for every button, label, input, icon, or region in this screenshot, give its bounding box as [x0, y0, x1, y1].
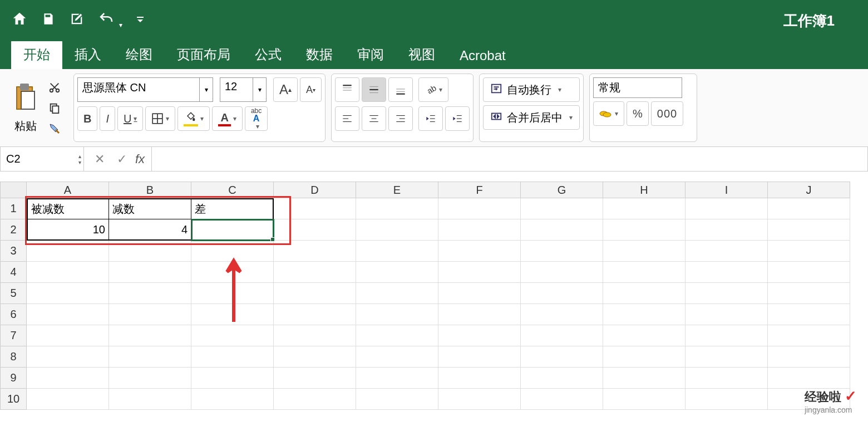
cell-F10[interactable]: [438, 389, 521, 410]
cell-E9[interactable]: [356, 368, 438, 389]
cell-D2[interactable]: [274, 219, 356, 241]
cell-G5[interactable]: [521, 283, 603, 304]
column-header[interactable]: J: [768, 182, 850, 198]
cancel-icon[interactable]: ✕: [91, 150, 108, 168]
font-name-value[interactable]: 思源黑体 CN: [77, 77, 200, 102]
cell-E7[interactable]: [356, 325, 438, 346]
tab-draw[interactable]: 绘图: [114, 40, 165, 69]
cell-H5[interactable]: [603, 283, 685, 304]
cell-G9[interactable]: [521, 368, 603, 389]
cell-J7[interactable]: [768, 325, 850, 346]
cell-I2[interactable]: [685, 219, 768, 241]
paste-icon[interactable]: [12, 82, 39, 116]
cell-F5[interactable]: [438, 283, 521, 304]
cell-C7[interactable]: [191, 325, 274, 346]
copy-icon[interactable]: [45, 100, 65, 116]
cell-J1[interactable]: [768, 198, 850, 219]
align-center-button[interactable]: [362, 106, 386, 131]
row-header[interactable]: 1: [0, 198, 27, 219]
cell-H2[interactable]: [603, 219, 685, 241]
cell-A10[interactable]: [27, 389, 109, 410]
cell-B8[interactable]: [109, 346, 191, 368]
cell-G3[interactable]: [521, 241, 603, 262]
tab-review[interactable]: 审阅: [345, 40, 396, 69]
cell-A6[interactable]: [27, 304, 109, 325]
cell-E1[interactable]: [356, 198, 438, 219]
paste-label[interactable]: 粘贴: [14, 119, 37, 134]
cell-J2[interactable]: [768, 219, 850, 241]
cell-F1[interactable]: [438, 198, 521, 219]
merge-center-button[interactable]: 合并后居中: [483, 105, 580, 130]
cell-C2[interactable]: [191, 219, 274, 241]
increase-indent-button[interactable]: [445, 106, 470, 131]
cell-D5[interactable]: [274, 283, 356, 304]
cell-D10[interactable]: [274, 389, 356, 410]
row-header[interactable]: 6: [0, 304, 27, 325]
cell-H8[interactable]: [603, 346, 685, 368]
cell-I1[interactable]: [685, 198, 768, 219]
cell-E8[interactable]: [356, 346, 438, 368]
column-header[interactable]: E: [356, 182, 438, 198]
cell-H4[interactable]: [603, 262, 685, 283]
cell-A3[interactable]: [27, 241, 109, 262]
font-size-value[interactable]: 12: [220, 77, 253, 102]
column-header[interactable]: B: [109, 182, 191, 198]
tab-home[interactable]: 开始: [11, 40, 62, 69]
cell-A7[interactable]: [27, 325, 109, 346]
tab-acrobat[interactable]: Acrobat: [447, 42, 518, 69]
cell-G4[interactable]: [521, 262, 603, 283]
increase-font-button[interactable]: A▴: [273, 77, 298, 102]
cell-F6[interactable]: [438, 304, 521, 325]
cell-A2[interactable]: 10: [27, 219, 109, 241]
cell-I8[interactable]: [685, 346, 768, 368]
cell-G6[interactable]: [521, 304, 603, 325]
formula-input[interactable]: [152, 147, 867, 171]
name-box[interactable]: C2 ▴▾: [1, 147, 84, 171]
comma-button[interactable]: 000: [651, 101, 683, 126]
cell-B2[interactable]: 4: [109, 219, 191, 241]
cell-A9[interactable]: [27, 368, 109, 389]
fx-icon[interactable]: fx: [135, 152, 145, 167]
home-icon[interactable]: [11, 11, 28, 31]
select-all-corner[interactable]: [0, 182, 27, 198]
cell-I3[interactable]: [685, 241, 768, 262]
cell-H7[interactable]: [603, 325, 685, 346]
font-name-dropdown-icon[interactable]: ▾: [200, 77, 213, 102]
cell-J5[interactable]: [768, 283, 850, 304]
cell-I6[interactable]: [685, 304, 768, 325]
cell-J4[interactable]: [768, 262, 850, 283]
cell-C9[interactable]: [191, 368, 274, 389]
cell-F7[interactable]: [438, 325, 521, 346]
column-header[interactable]: A: [27, 182, 109, 198]
row-header[interactable]: 3: [0, 241, 27, 262]
cell-G2[interactable]: [521, 219, 603, 241]
cell-C5[interactable]: [191, 283, 274, 304]
orientation-button[interactable]: ab: [418, 77, 448, 102]
column-header[interactable]: H: [603, 182, 685, 198]
cell-H10[interactable]: [603, 389, 685, 410]
cell-E4[interactable]: [356, 262, 438, 283]
cell-B4[interactable]: [109, 262, 191, 283]
fill-handle[interactable]: [270, 237, 275, 242]
tab-data[interactable]: 数据: [294, 40, 345, 69]
cell-G7[interactable]: [521, 325, 603, 346]
cell-C1[interactable]: 差: [191, 198, 274, 219]
underline-button[interactable]: U: [117, 106, 143, 131]
cell-A5[interactable]: [27, 283, 109, 304]
cell-H6[interactable]: [603, 304, 685, 325]
cell-D8[interactable]: [274, 346, 356, 368]
cell-B9[interactable]: [109, 368, 191, 389]
cell-E5[interactable]: [356, 283, 438, 304]
cell-C10[interactable]: [191, 389, 274, 410]
cell-D3[interactable]: [274, 241, 356, 262]
row-header[interactable]: 2: [0, 219, 27, 241]
cell-C3[interactable]: [191, 241, 274, 262]
cell-I4[interactable]: [685, 262, 768, 283]
font-size-dropdown-icon[interactable]: ▾: [253, 77, 267, 102]
row-header[interactable]: 9: [0, 368, 27, 389]
cell-D4[interactable]: [274, 262, 356, 283]
tab-formula[interactable]: 公式: [243, 40, 294, 69]
font-name-combo[interactable]: 思源黑体 CN ▾: [77, 77, 213, 102]
row-header[interactable]: 7: [0, 325, 27, 346]
cell-I7[interactable]: [685, 325, 768, 346]
